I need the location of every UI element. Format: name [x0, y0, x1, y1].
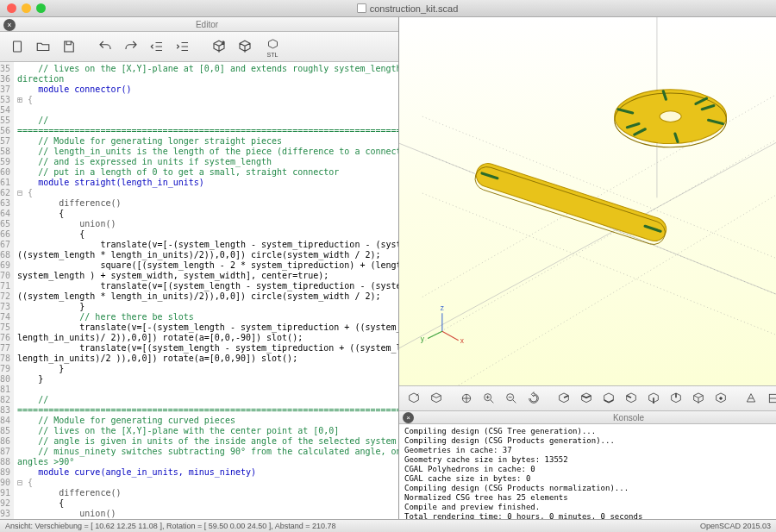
view-center-button[interactable]: [710, 388, 731, 409]
view-front-button[interactable]: [642, 388, 664, 409]
konsole-header: × Konsole: [399, 411, 776, 424]
zoom-window-button[interactable]: [36, 3, 46, 13]
view-diagonal-button[interactable]: [687, 388, 709, 409]
konsole-output[interactable]: Compiling design (CSG Tree generation)..…: [399, 424, 776, 519]
view-back-button[interactable]: [665, 388, 686, 409]
svg-text:y: y: [421, 335, 425, 343]
unindent-button[interactable]: [145, 35, 169, 58]
svg-line-7: [422, 116, 776, 342]
svg-rect-21: [473, 160, 669, 244]
editor-toolbar: STL: [0, 32, 398, 62]
indent-button[interactable]: [171, 35, 195, 58]
line-gutter: 3536375354555657585960616263646566676869…: [0, 62, 14, 519]
view-top-button[interactable]: [575, 388, 597, 409]
export-stl-button[interactable]: STL: [259, 35, 286, 58]
code-content[interactable]: // lives on the [X,Y]-plane at [0,0] and…: [14, 62, 398, 519]
save-button[interactable]: [57, 35, 81, 58]
minimize-window-button[interactable]: [22, 3, 31, 13]
preview-view-button[interactable]: [403, 388, 424, 409]
new-button[interactable]: [5, 35, 29, 58]
redo-button[interactable]: [119, 35, 143, 58]
view-all-button[interactable]: [455, 388, 477, 409]
svg-line-5: [422, 116, 776, 274]
editor-pane: × Editor STL 353637535455565758596061626…: [0, 17, 399, 519]
status-right: OpenSCAD 2015.03: [700, 522, 771, 530]
svg-line-1: [399, 135, 776, 333]
code-editor[interactable]: 3536375354555657585960616263646566676869…: [0, 62, 398, 519]
window-title: construction_kit.scad: [370, 3, 459, 14]
preview-button[interactable]: [207, 35, 231, 58]
zoom-out-button[interactable]: [500, 388, 522, 409]
undo-button[interactable]: [93, 35, 117, 58]
close-konsole-icon[interactable]: ×: [403, 412, 414, 423]
svg-text:x: x: [460, 336, 465, 345]
render-view-button[interactable]: [425, 388, 447, 409]
view-toolbar: [399, 385, 776, 411]
zoom-in-button[interactable]: [478, 388, 499, 409]
svg-point-34: [719, 397, 722, 400]
view-bottom-button[interactable]: [598, 388, 619, 409]
window-titlebar: construction_kit.scad: [0, 0, 776, 17]
document-icon: [357, 3, 366, 13]
status-bar: Ansicht: Verschiebung = [ 10.62 12.25 11…: [0, 519, 776, 532]
reset-view-button[interactable]: [523, 388, 544, 409]
svg-point-12: [660, 111, 681, 122]
svg-line-8: [459, 171, 776, 385]
render-button[interactable]: [233, 35, 257, 58]
orthogonal-button[interactable]: [762, 388, 776, 409]
3d-viewport[interactable]: z x y: [399, 17, 776, 385]
close-window-button[interactable]: [7, 3, 16, 13]
viewport-canvas[interactable]: z x y: [399, 17, 776, 385]
close-editor-icon[interactable]: ×: [3, 19, 16, 31]
status-left: Ansicht: Verschiebung = [ 10.62 12.25 11…: [5, 522, 336, 530]
view-left-button[interactable]: [620, 388, 641, 409]
svg-text:z: z: [441, 304, 444, 312]
view-right-button[interactable]: [553, 388, 574, 409]
editor-header: Editor: [16, 20, 398, 29]
perspective-button[interactable]: [740, 388, 761, 409]
svg-rect-0: [14, 41, 22, 52]
svg-line-29: [428, 331, 442, 338]
open-button[interactable]: [31, 35, 55, 58]
svg-line-9: [422, 72, 776, 297]
svg-line-27: [442, 331, 459, 340]
preview-pane: z x y: [399, 17, 776, 519]
